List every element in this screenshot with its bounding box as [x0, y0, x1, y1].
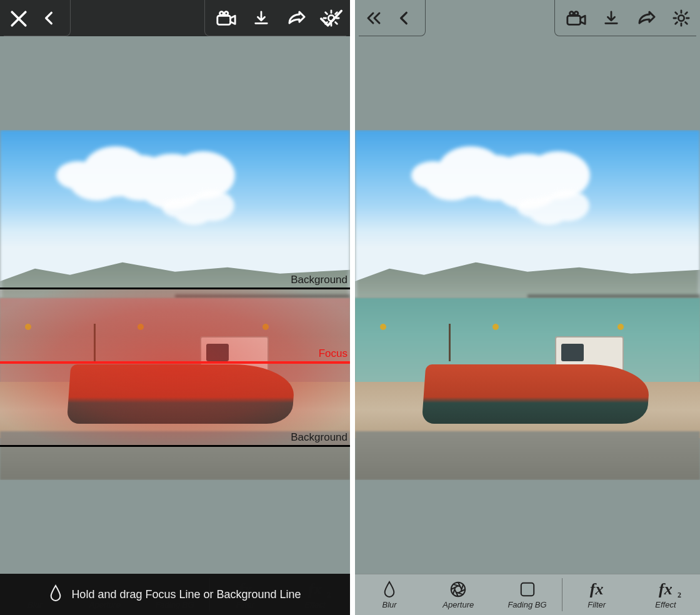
fx2-icon: fx2	[655, 580, 676, 599]
tool-effect[interactable]: fx2 Effect	[631, 574, 700, 615]
topbar-left	[0, 0, 350, 36]
editor-panel-right: Blur Aperture Fading BG fx Filter fx2 Ef…	[355, 0, 700, 615]
square-icon	[517, 580, 538, 599]
svg-point-7	[570, 11, 574, 15]
boat	[424, 330, 649, 436]
drop-icon	[49, 584, 62, 605]
hint-bar: Hold and drag Focus Line or Background L…	[0, 574, 350, 615]
background-line-top[interactable]	[0, 288, 350, 289]
focus-line-label: Focus	[319, 348, 348, 360]
background-line-bottom[interactable]	[0, 445, 350, 447]
tool-aperture[interactable]: Aperture	[424, 574, 492, 615]
topbar-right-group	[554, 0, 696, 36]
canvas-area-left[interactable]: Background Focus Background	[0, 36, 350, 574]
svg-point-1	[220, 11, 224, 15]
photo-right[interactable]	[355, 130, 700, 480]
close-button[interactable]	[4, 4, 34, 34]
tool-blur[interactable]: Blur	[355, 574, 424, 615]
share-icon[interactable]	[631, 3, 661, 33]
topbar-right	[355, 0, 700, 36]
tool-filter[interactable]: fx Filter	[562, 574, 631, 615]
tool-fading-bg[interactable]: Fading BG	[492, 574, 561, 615]
editor-panel-left: Background Focus Background Blur Apertur…	[0, 0, 350, 615]
boat	[69, 330, 294, 436]
download-icon[interactable]	[246, 3, 276, 33]
svg-point-9	[678, 15, 684, 21]
svg-rect-6	[568, 16, 581, 24]
back-button[interactable]	[389, 3, 419, 33]
drop-icon	[379, 580, 400, 599]
svg-point-8	[574, 11, 578, 15]
fx-icon: fx	[586, 580, 608, 599]
canvas-area-right[interactable]	[355, 36, 700, 574]
camera-icon[interactable]	[561, 3, 591, 33]
back-button[interactable]	[34, 3, 64, 33]
share-icon[interactable]	[281, 3, 311, 33]
svg-rect-11	[521, 583, 533, 596]
background-line-bottom-label: Background	[291, 431, 348, 444]
aperture-icon	[448, 580, 469, 599]
topbar-left-group	[359, 0, 426, 36]
focus-line[interactable]	[0, 361, 350, 364]
svg-point-2	[224, 11, 228, 15]
background-line-top-label: Background	[291, 274, 348, 286]
download-icon[interactable]	[596, 3, 626, 33]
svg-rect-0	[218, 16, 231, 24]
hint-text: Hold and drag Focus Line or Background L…	[71, 588, 301, 601]
rewind-button[interactable]	[359, 3, 389, 33]
photo-left[interactable]: Background Focus Background	[0, 130, 350, 480]
gear-icon[interactable]	[666, 3, 696, 33]
confirm-button[interactable]	[316, 4, 346, 34]
bottombar-right: Blur Aperture Fading BG fx Filter fx2 Ef…	[355, 574, 700, 615]
camera-icon[interactable]	[211, 3, 241, 33]
